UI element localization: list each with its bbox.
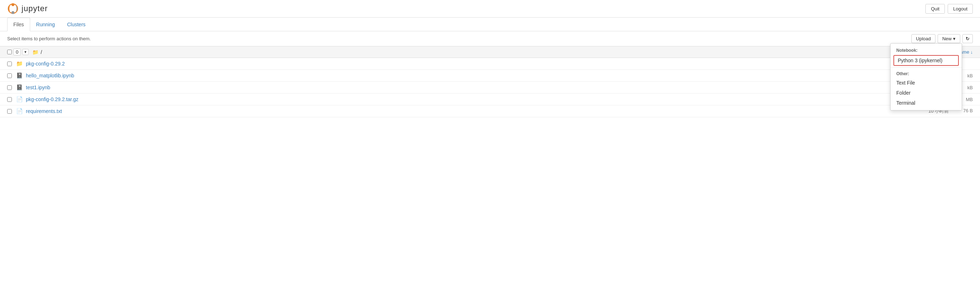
- tab-running[interactable]: Running: [30, 18, 61, 31]
- file-link[interactable]: hello_matplotlib.ipynb: [26, 73, 74, 78]
- table-row: 📓 test1.ipynb kB: [0, 82, 980, 94]
- file-size: kB: [967, 73, 973, 78]
- toolbar-right: Upload New ▾ ↻ Notebook: Python 3 (ipyke…: [912, 34, 973, 43]
- new-dropdown-arrow-icon: ▾: [953, 36, 956, 42]
- dropdown-divider: [891, 67, 962, 68]
- tab-files[interactable]: Files: [7, 18, 30, 31]
- row-checkbox[interactable]: [7, 109, 12, 114]
- selected-count: 0: [13, 49, 21, 55]
- file-icon: 📄: [16, 96, 23, 102]
- select-all-checkbox[interactable]: [7, 50, 12, 54]
- file-list: 📁 pkg-config-0.29.2 📓 hello_matplotlib.i…: [0, 58, 980, 117]
- row-checkbox[interactable]: [7, 74, 12, 78]
- check-dropdown-arrow-icon[interactable]: ▾: [22, 49, 29, 55]
- svg-point-1: [11, 3, 14, 6]
- folder-item[interactable]: Folder: [891, 88, 962, 98]
- row-checkbox[interactable]: [7, 97, 12, 102]
- file-size: 76 B: [963, 108, 973, 114]
- table-row: 📓 hello_matplotlib.ipynb kB: [0, 70, 980, 82]
- file-link[interactable]: pkg-config-0.29.2: [26, 61, 65, 67]
- table-row: 📄 pkg-config-0.29.2.tar.gz MB: [0, 94, 980, 106]
- text-file-item[interactable]: Text File: [891, 78, 962, 88]
- refresh-button[interactable]: ↻: [963, 34, 973, 43]
- tab-clusters[interactable]: Clusters: [61, 18, 92, 31]
- row-checkbox[interactable]: [7, 62, 12, 66]
- file-link[interactable]: test1.ipynb: [26, 85, 50, 90]
- svg-point-2: [11, 11, 14, 14]
- other-section-label: Other:: [891, 69, 962, 78]
- notebook-section-label: Notebook:: [891, 46, 962, 54]
- file-size: kB: [967, 85, 973, 90]
- file-size: MB: [966, 97, 973, 102]
- new-dropdown-menu: Notebook: Python 3 (ipykernel) Other: Te…: [890, 43, 962, 110]
- notebook-icon: 📓: [16, 84, 23, 91]
- jupyter-logo-icon: [7, 3, 19, 14]
- upload-button[interactable]: Upload: [912, 34, 935, 43]
- select-hint: Select items to perform actions on them.: [7, 36, 91, 42]
- file-list-header: 0 ▾ 📁 / Name ↓: [0, 46, 980, 58]
- header-buttons: Quit Logout: [925, 4, 973, 14]
- toolbar: Select items to perform actions on them.…: [0, 31, 980, 46]
- logout-button[interactable]: Logout: [948, 4, 973, 14]
- header: jupyter Quit Logout: [0, 0, 980, 18]
- folder-icon: 📁: [16, 61, 23, 67]
- table-row: 📁 pkg-config-0.29.2: [0, 58, 980, 70]
- current-path: /: [41, 49, 42, 55]
- python3-kernel-item[interactable]: Python 3 (ipykernel): [893, 55, 959, 66]
- table-row: 📄 requirements.txt 10 小时前 76 B: [0, 106, 980, 117]
- row-checkbox[interactable]: [7, 85, 12, 90]
- quit-button[interactable]: Quit: [925, 4, 945, 14]
- new-button[interactable]: New ▾: [938, 34, 960, 43]
- notebook-icon: 📓: [16, 72, 23, 79]
- logo: jupyter: [7, 3, 48, 14]
- tabs-bar: Files Running Clusters: [0, 18, 980, 31]
- file-link[interactable]: requirements.txt: [26, 108, 62, 114]
- terminal-item[interactable]: Terminal: [891, 98, 962, 108]
- folder-path-icon: 📁: [32, 49, 38, 55]
- file-link[interactable]: pkg-config-0.29.2.tar.gz: [26, 96, 78, 102]
- refresh-icon: ↻: [966, 36, 970, 42]
- logo-text: jupyter: [22, 4, 48, 13]
- file-icon: 📄: [16, 108, 23, 114]
- check-area: 0 ▾: [7, 49, 29, 55]
